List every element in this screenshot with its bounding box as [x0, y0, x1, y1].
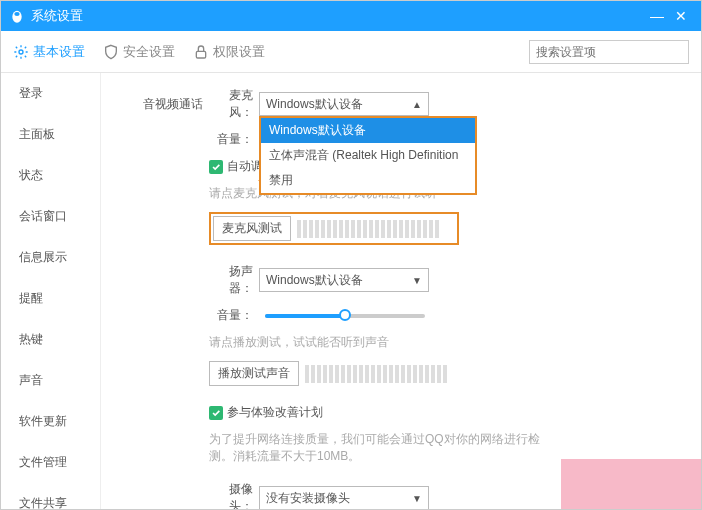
close-button[interactable]: ✕ [669, 8, 693, 24]
chevron-down-icon: ▼ [412, 493, 422, 504]
mic-select[interactable]: Windows默认设备 ▲ Windows默认设备 立体声混音 (Realtek… [259, 92, 429, 116]
sidebar-item-notify[interactable]: 提醒 [1, 278, 100, 319]
tab-security[interactable]: 安全设置 [103, 43, 175, 61]
section-label: 音视频通话 [119, 96, 209, 113]
auto-adjust-checkbox[interactable] [209, 160, 223, 174]
chevron-down-icon: ▼ [412, 275, 422, 286]
svg-point-1 [14, 12, 19, 16]
speaker-hint: 请点播放测试，试试能否听到声音 [209, 334, 683, 351]
sidebar-item-chatwindow[interactable]: 会话窗口 [1, 196, 100, 237]
volume-label: 音量： [209, 131, 259, 148]
chevron-up-icon: ▲ [412, 99, 422, 110]
mic-dropdown: Windows默认设备 立体声混音 (Realtek High Definiti… [259, 116, 477, 195]
ux-checkbox[interactable] [209, 406, 223, 420]
minimize-button[interactable]: — [645, 8, 669, 24]
speaker-select[interactable]: Windows默认设备 ▼ [259, 268, 429, 292]
titlebar: 系统设置 — ✕ [1, 1, 701, 31]
sidebar-item-fileshare[interactable]: 文件共享 [1, 483, 100, 509]
sidebar-item-update[interactable]: 软件更新 [1, 401, 100, 442]
camera-label: 摄像头： [209, 481, 259, 509]
ux-title: 参与体验改善计划 [227, 404, 323, 421]
mic-test-button[interactable]: 麦克风测试 [213, 216, 291, 241]
camera-select[interactable]: 没有安装摄像头 ▼ [259, 486, 429, 509]
tab-label: 权限设置 [213, 43, 265, 61]
sidebar-item-login[interactable]: 登录 [1, 73, 100, 114]
sidebar: 登录 主面板 状态 会话窗口 信息展示 提醒 热键 声音 软件更新 文件管理 文… [1, 73, 101, 509]
svg-point-2 [19, 50, 23, 54]
main-panel: ➤ 音视频通话 麦克风： Windows默认设备 ▲ Windows默认设备 立… [101, 73, 701, 509]
tab-basic[interactable]: 基本设置 [13, 43, 85, 61]
mic-level-bars [297, 220, 455, 238]
mic-option[interactable]: Windows默认设备 [261, 118, 475, 143]
tab-bar: 基本设置 安全设置 权限设置 [1, 31, 701, 73]
sidebar-item-status[interactable]: 状态 [1, 155, 100, 196]
app-logo-icon [9, 8, 25, 24]
sidebar-item-sound[interactable]: 声音 [1, 360, 100, 401]
sidebar-item-mainpanel[interactable]: 主面板 [1, 114, 100, 155]
window-title: 系统设置 [31, 7, 645, 25]
tab-label: 安全设置 [123, 43, 175, 61]
lock-icon [193, 44, 209, 60]
mic-test-block: 麦克风测试 [209, 212, 459, 245]
sidebar-item-hotkey[interactable]: 热键 [1, 319, 100, 360]
speaker-level-bars [305, 365, 683, 383]
speaker-label: 扬声器： [209, 263, 259, 297]
sidebar-item-filemgmt[interactable]: 文件管理 [1, 442, 100, 483]
search-input[interactable] [529, 40, 689, 64]
mic-label: 麦克风： [209, 87, 259, 121]
camera-selected-value: 没有安装摄像头 [266, 490, 350, 507]
tab-permission[interactable]: 权限设置 [193, 43, 265, 61]
ux-desc: 为了提升网络连接质量，我们可能会通过QQ对你的网络进行检测。消耗流量不大于10M… [209, 431, 549, 465]
speaker-selected-value: Windows默认设备 [266, 272, 363, 289]
volume-label-2: 音量： [209, 307, 259, 324]
gear-icon [13, 44, 29, 60]
mic-selected-value: Windows默认设备 [266, 96, 363, 113]
speaker-test-button[interactable]: 播放测试声音 [209, 361, 299, 386]
shield-icon [103, 44, 119, 60]
tab-label: 基本设置 [33, 43, 85, 61]
sidebar-item-infodisplay[interactable]: 信息展示 [1, 237, 100, 278]
overlay-block [561, 459, 701, 509]
speaker-test-block: 播放测试声音 [209, 361, 683, 386]
svg-rect-3 [196, 51, 205, 58]
mic-option[interactable]: 禁用 [261, 168, 475, 193]
speaker-volume-slider[interactable] [265, 314, 425, 318]
search-container [529, 40, 689, 64]
mic-option[interactable]: 立体声混音 (Realtek High Definition [261, 143, 475, 168]
